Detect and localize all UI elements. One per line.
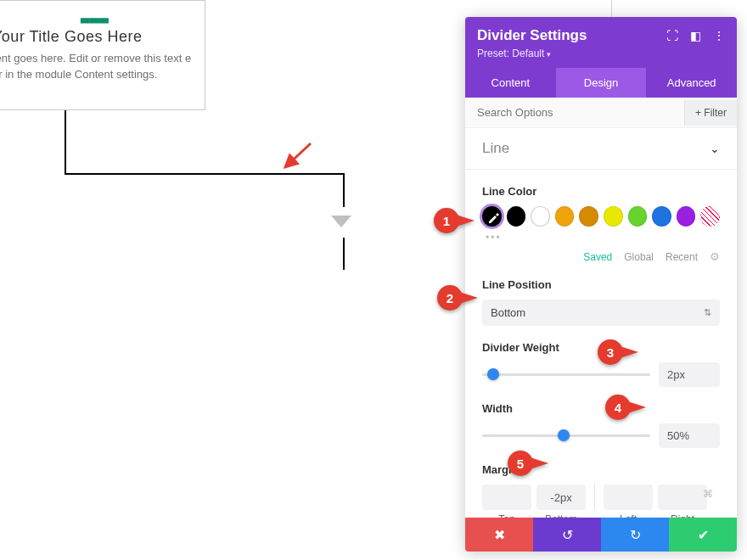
undo-icon: ↺: [562, 527, 573, 543]
palette-global[interactable]: Global: [624, 251, 654, 263]
divider-segment: [343, 238, 345, 270]
section-line-toggle[interactable]: Line ⌄: [465, 128, 737, 170]
group-line-color: Line Color ••• Saved Global Recent: [482, 185, 720, 263]
divider-weight-value[interactable]: 2px: [659, 362, 720, 387]
panel-title: Divider Settings: [477, 27, 587, 44]
plus-icon: +: [695, 107, 704, 119]
margin-right-label: Right: [671, 513, 694, 518]
width-label: Width: [482, 402, 720, 415]
line-position-select[interactable]: Bottom ⇅: [482, 300, 720, 326]
tab-content[interactable]: Content: [465, 68, 556, 98]
swatch-transparent[interactable]: [700, 206, 720, 227]
more-icon[interactable]: •••: [486, 232, 720, 244]
save-button[interactable]: ✔: [669, 518, 737, 552]
annotation-arrow-icon: [280, 140, 314, 172]
swatch-white[interactable]: [531, 206, 550, 227]
color-swatch-row: [482, 206, 720, 227]
select-chevrons-icon: ⇅: [704, 307, 711, 318]
divider-weight-slider[interactable]: [482, 373, 650, 376]
guide-line: [611, 0, 612, 17]
margin-bottom-label: Bottom: [545, 513, 577, 518]
swatch-purple[interactable]: [677, 206, 696, 227]
swatch-blue[interactable]: [652, 206, 671, 227]
callout-3: 3: [598, 339, 643, 365]
panel-footer: ✖ ↺ ↻ ✔: [465, 518, 737, 552]
palette-saved[interactable]: Saved: [583, 251, 612, 263]
section-label: Line: [482, 140, 509, 157]
blurb-module: ▃▃▃ Your Title Goes Here tent goes here.…: [0, 0, 205, 110]
link-values-icon[interactable]: ⌘: [703, 488, 713, 500]
kebab-menu-icon[interactable]: ⋮: [713, 29, 725, 42]
search-input[interactable]: [465, 98, 684, 127]
blurb-body: tent goes here. Edit or remove this text…: [0, 51, 196, 83]
width-value[interactable]: 50%: [659, 423, 720, 448]
divider-segment: [65, 173, 345, 175]
swatch-black[interactable]: [507, 206, 526, 227]
redo-button[interactable]: ↻: [601, 518, 669, 552]
filter-label: Filter: [704, 107, 727, 119]
swatch-yellow[interactable]: [604, 206, 623, 227]
expand-icon[interactable]: ⛶: [666, 29, 678, 42]
line-color-label: Line Color: [482, 185, 720, 198]
callout-4: 4: [605, 395, 651, 420]
snap-icon[interactable]: ◧: [690, 29, 701, 42]
color-picker-swatch[interactable]: [482, 206, 502, 227]
divider-segment: [65, 110, 66, 173]
divider-triangle-icon[interactable]: [331, 216, 351, 227]
group-line-position: Line Position Bottom ⇅: [482, 278, 720, 326]
gear-icon[interactable]: ⚙: [710, 250, 720, 263]
margin-left-input[interactable]: [604, 484, 653, 510]
undo-button[interactable]: ↺: [533, 518, 601, 552]
swatch-amber[interactable]: [579, 206, 598, 227]
close-icon: ✖: [494, 527, 505, 543]
panel-header: Divider Settings ⛶ ◧ ⋮ Preset: Default: [465, 17, 737, 68]
margin-top-input[interactable]: [482, 484, 531, 510]
swatch-orange[interactable]: [555, 206, 575, 227]
margin-separator: [594, 484, 595, 510]
chevron-down-icon: ⌄: [710, 142, 720, 155]
tab-design[interactable]: Design: [556, 68, 647, 98]
group-width: Width 50%: [482, 402, 720, 448]
margin-right-input[interactable]: [658, 484, 707, 510]
tab-advanced[interactable]: Advanced: [646, 68, 737, 98]
callout-5: 5: [508, 451, 553, 476]
width-slider[interactable]: [482, 434, 650, 437]
callout-2: 2: [437, 285, 483, 311]
margin-left-label: Left: [620, 513, 637, 518]
blurb-icon: ▃▃▃: [0, 9, 196, 23]
margin-bottom-input[interactable]: -2px: [536, 484, 586, 510]
divider-settings-panel: Divider Settings ⛶ ◧ ⋮ Preset: Default C…: [465, 17, 737, 552]
swatch-green[interactable]: [628, 206, 648, 227]
margin-top-label: Top: [498, 513, 514, 518]
line-position-value: Bottom: [491, 306, 525, 319]
divider-segment: [343, 175, 345, 207]
palette-recent[interactable]: Recent: [666, 251, 698, 263]
check-icon: ✔: [698, 527, 709, 543]
blurb-title: Your Title Goes Here: [0, 28, 196, 46]
redo-icon: ↻: [630, 527, 641, 543]
svg-line-0: [285, 143, 311, 167]
preset-dropdown[interactable]: Preset: Default: [477, 48, 725, 59]
callout-1: 1: [434, 208, 480, 233]
search-row: + Filter: [465, 98, 737, 128]
filter-button[interactable]: + Filter: [684, 100, 737, 126]
panel-tabs: Content Design Advanced: [465, 68, 737, 98]
line-position-label: Line Position: [482, 278, 720, 291]
discard-button[interactable]: ✖: [465, 518, 533, 552]
